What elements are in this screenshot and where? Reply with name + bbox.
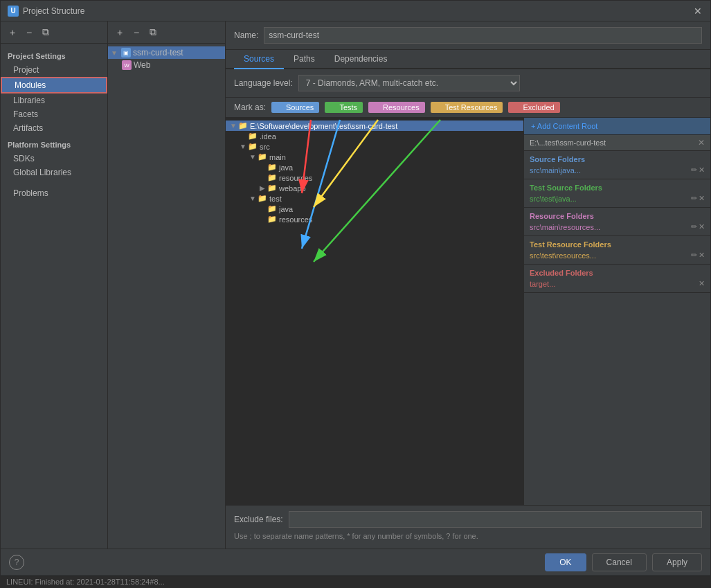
test-source-folders-title: Test Source Folders <box>530 184 705 192</box>
resources-test-folder-icon: 📁 <box>267 215 277 224</box>
module-node-web[interactable]: W Web <box>108 59 225 71</box>
idea-label: .idea <box>260 132 276 141</box>
left-toolbar: + − ⧉ <box>1 21 107 44</box>
test-source-folders-section: Test Source Folders src\test\java... ✏ ✕ <box>524 179 710 208</box>
cancel-button[interactable]: Cancel <box>592 553 647 571</box>
sidebar-item-project[interactable]: Project <box>1 63 107 77</box>
language-level-label: Language level: <box>234 78 293 88</box>
content-root-path-label: E:\...test\ssm-curd-test <box>530 139 606 147</box>
test-resource-folders-path: src\test\resources... <box>530 251 596 260</box>
sidebar-item-artifacts[interactable]: Artifacts <box>1 121 107 135</box>
sources-main: ▼ 📁 E:\Software\development\test\ssm-cur… <box>226 118 710 505</box>
tree-item-resources-test[interactable]: 📁 resources <box>226 214 523 224</box>
left-tree: Project Settings Project Modules Librari… <box>1 44 107 549</box>
src-folder-icon: 📁 <box>248 142 258 151</box>
test-source-folders-edit[interactable]: ✏ <box>691 194 697 203</box>
sources-folder-icon <box>277 104 284 111</box>
module-label: ssm-curd-test <box>133 48 183 57</box>
resource-folders-section: Resource Folders src\main\resources... ✏… <box>524 208 710 236</box>
bottom-area: Exclude files: Use ; to separate name pa… <box>226 505 710 549</box>
excluded-folders-actions: ✕ <box>699 279 705 288</box>
main-label: main <box>269 153 286 161</box>
root-label: E:\Software\development\test\ssm-curd-te… <box>250 122 397 130</box>
source-folders-edit[interactable]: ✏ <box>691 166 697 175</box>
apply-button[interactable]: Apply <box>652 553 702 571</box>
resources-folder-icon <box>374 104 381 111</box>
ok-button[interactable]: OK <box>545 553 586 571</box>
source-folders-title: Source Folders <box>530 155 705 163</box>
web-label: Web <box>134 60 150 70</box>
status-text: LINEUI: Finished at: 2021-01-28T11:58:24… <box>6 578 165 586</box>
mark-as-test-resources-button[interactable]: Test Resources <box>431 102 503 113</box>
tree-item-test[interactable]: ▼ 📁 test <box>226 193 523 204</box>
test-resource-folders-title: Test Resource Folders <box>530 240 705 249</box>
content-root-panel: + Add Content Root E:\...test\ssm-curd-t… <box>523 118 710 505</box>
excluded-folders-title: Excluded Folders <box>530 269 705 277</box>
exclude-input[interactable] <box>289 511 702 528</box>
tree-item-java-test[interactable]: 📁 java <box>226 204 523 214</box>
webapp-label: webapp <box>279 184 306 193</box>
test-resources-folder-icon <box>436 104 443 111</box>
test-resource-folders-remove[interactable]: ✕ <box>699 251 705 260</box>
mark-as-excluded-button[interactable]: Excluded <box>508 102 559 113</box>
java-test-label: java <box>279 205 293 213</box>
exclude-label: Exclude files: <box>234 515 283 524</box>
module-toolbar: + − ⧉ <box>108 21 225 44</box>
duplicate-item-button[interactable]: ⧉ <box>145 25 161 40</box>
test-label: test <box>269 195 282 203</box>
add-module-button[interactable]: + <box>5 25 20 40</box>
tree-item-root[interactable]: ▼ 📁 E:\Software\development\test\ssm-cur… <box>226 121 523 131</box>
dialog-footer: ? OK Cancel Apply <box>1 549 710 576</box>
sidebar-item-global-libraries[interactable]: Global Libraries <box>1 166 107 179</box>
content-root-close[interactable]: ✕ <box>698 138 705 148</box>
tree-item-main[interactable]: ▼ 📁 main <box>226 152 523 162</box>
tab-paths[interactable]: Paths <box>284 50 325 69</box>
src-label: src <box>260 143 270 151</box>
excluded-folders-remove[interactable]: ✕ <box>699 279 705 288</box>
sidebar-item-problems[interactable]: Problems <box>1 186 107 200</box>
copy-module-button[interactable]: ⧉ <box>38 25 53 40</box>
name-input[interactable] <box>264 27 702 44</box>
dialog-title: Project Structure <box>23 6 84 16</box>
java-main-folder-icon: 📁 <box>267 163 277 172</box>
close-button[interactable]: ✕ <box>694 6 703 16</box>
tab-dependencies[interactable]: Dependencies <box>325 50 397 69</box>
content-root-path-header: E:\...test\ssm-curd-test ✕ <box>524 135 710 151</box>
tree-item-webapp[interactable]: ▶ 📁 webapp <box>226 183 523 193</box>
test-resource-folders-edit[interactable]: ✏ <box>691 251 697 260</box>
sidebar-item-sdks[interactable]: SDKs <box>1 152 107 166</box>
language-level-select[interactable]: 7 - Diamonds, ARM, multi-catch etc. <box>298 75 520 91</box>
module-list: ▼ ▣ ssm-curd-test W Web <box>108 44 225 549</box>
add-item-button[interactable]: + <box>112 25 127 40</box>
tree-item-src[interactable]: ▼ 📁 src <box>226 141 523 152</box>
sidebar-item-facets[interactable]: Facets <box>1 107 107 121</box>
test-resource-folders-path-row: src\test\resources... ✏ ✕ <box>530 251 705 260</box>
module-node-ssm[interactable]: ▼ ▣ ssm-curd-test <box>108 46 225 59</box>
mark-as-tests-button[interactable]: Tests <box>325 102 363 113</box>
test-source-folders-remove[interactable]: ✕ <box>699 194 705 203</box>
test-source-folders-path-row: src\test\java... ✏ ✕ <box>530 194 705 203</box>
test-resource-folders-section: Test Resource Folders src\test\resources… <box>524 236 710 265</box>
remove-module-button[interactable]: − <box>21 25 37 40</box>
tree-item-java-main[interactable]: 📁 java <box>226 162 523 172</box>
tab-sources[interactable]: Sources <box>234 50 284 69</box>
sidebar-item-modules[interactable]: Modules <box>1 77 107 93</box>
platform-settings-heading: Platform Settings <box>1 138 107 152</box>
help-button[interactable]: ? <box>9 555 24 570</box>
resource-folders-remove[interactable]: ✕ <box>699 222 705 231</box>
sidebar-item-libraries[interactable]: Libraries <box>1 93 107 107</box>
title-bar: U Project Structure ✕ <box>1 1 710 21</box>
tree-item-resources-main[interactable]: 📁 resources <box>226 172 523 183</box>
source-folders-remove[interactable]: ✕ <box>699 166 705 175</box>
excluded-folders-path-row: target... ✕ <box>530 279 705 288</box>
sources-content: Language level: 7 - Diamonds, ARM, multi… <box>226 69 710 549</box>
language-level-row: Language level: 7 - Diamonds, ARM, multi… <box>226 69 710 98</box>
tree-item-idea[interactable]: 📁 .idea <box>226 131 523 141</box>
mark-as-sources-button[interactable]: Sources <box>271 102 319 113</box>
remove-item-button[interactable]: − <box>129 25 144 40</box>
resource-folders-edit[interactable]: ✏ <box>691 222 697 231</box>
tree-arrow-test: ▼ <box>248 195 258 202</box>
source-folders-path-row: src\main\java... ✏ ✕ <box>530 166 705 175</box>
mark-as-resources-button[interactable]: Resources <box>368 102 425 113</box>
add-content-root-button[interactable]: + Add Content Root <box>531 122 597 130</box>
